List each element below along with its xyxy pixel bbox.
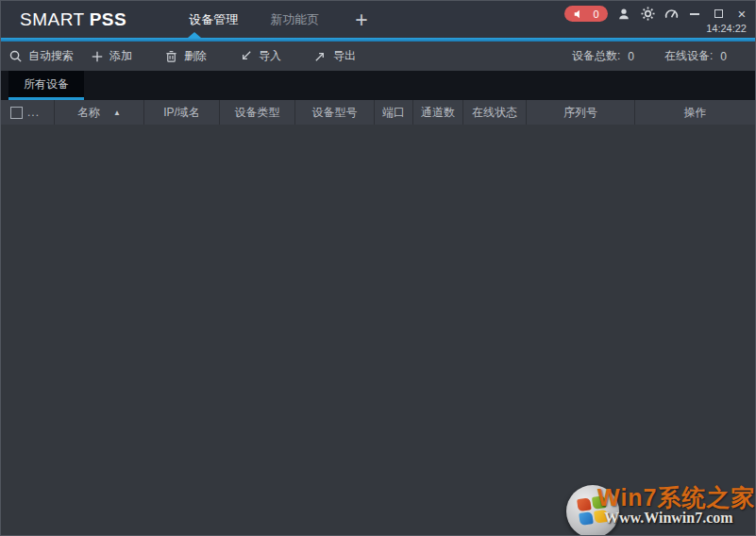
device-table-header: ... 名称 ▲ IP/域名 设备类型 设备型号 端口 通道数 在线状态 序列号…	[1, 100, 755, 125]
minimize-icon	[690, 13, 699, 15]
total-devices-value: 0	[628, 50, 634, 63]
logo-smart: SMART	[20, 9, 85, 29]
delete-label: 删除	[184, 48, 207, 64]
watermark: Win7系统之家 Www.Winwin7.com	[566, 477, 751, 535]
active-tab-caret	[188, 32, 201, 38]
column-more[interactable]: ...	[27, 106, 40, 119]
online-devices-stat: 在线设备: 0	[664, 48, 727, 64]
total-devices-stat: 设备总数: 0	[572, 48, 634, 64]
column-name-label: 名称	[77, 105, 100, 121]
trash-icon	[164, 49, 178, 63]
titlebar: SMARTPSS 设备管理 新功能页 + 0	[1, 1, 755, 38]
delete-button[interactable]: 删除	[164, 48, 207, 64]
online-devices-label: 在线设备:	[664, 48, 713, 64]
tab-all-devices[interactable]: 所有设备	[8, 71, 84, 97]
device-tabstrip: 所有设备	[1, 71, 755, 100]
import-button[interactable]: 导入	[239, 48, 281, 64]
tab-new-function-page[interactable]: 新功能页	[270, 11, 319, 28]
alarm-badge[interactable]: 0	[564, 6, 608, 22]
alarm-count: 0	[594, 8, 599, 20]
import-label: 导入	[259, 48, 281, 64]
column-name[interactable]: 名称 ▲	[55, 100, 144, 125]
column-port[interactable]: 端口	[375, 100, 413, 125]
online-devices-value: 0	[720, 50, 727, 63]
column-ip-domain[interactable]: IP/域名	[144, 100, 220, 125]
column-device-model[interactable]: 设备型号	[295, 100, 375, 125]
app-logo: SMARTPSS	[20, 9, 126, 30]
column-channel-count[interactable]: 通道数	[413, 100, 463, 125]
column-device-type[interactable]: 设备类型	[220, 100, 295, 125]
device-table-body: Win7系统之家 Www.Winwin7.com	[1, 125, 755, 535]
close-button[interactable]: ×	[734, 7, 749, 22]
flag-pane-red	[577, 497, 592, 511]
toolbar: 自动搜索 添加 删除 导入 导出	[1, 42, 755, 71]
netspeed-gauge-icon[interactable]	[664, 7, 679, 22]
clock: 14:24:22	[706, 23, 747, 34]
smartpss-window: SMARTPSS 设备管理 新功能页 + 0	[0, 0, 756, 536]
device-stats: 设备总数: 0 在线设备: 0	[572, 42, 727, 71]
add-button[interactable]: 添加	[91, 48, 132, 64]
add-label: 添加	[109, 48, 132, 64]
column-operation[interactable]: 操作	[635, 100, 755, 125]
plus-icon	[91, 50, 104, 63]
search-icon	[8, 49, 23, 63]
minimize-button[interactable]	[687, 7, 702, 22]
export-button[interactable]: 导出	[313, 48, 356, 64]
user-icon[interactable]	[616, 7, 631, 22]
speaker-icon	[573, 8, 584, 20]
watermark-url: Www.Winwin7.com	[604, 510, 733, 527]
main-tabs: 设备管理 新功能页 +	[189, 10, 367, 29]
sort-asc-icon[interactable]: ▲	[113, 109, 121, 117]
select-all-checkbox[interactable]	[10, 107, 23, 119]
new-tab-button[interactable]: +	[355, 10, 367, 29]
auto-search-button[interactable]: 自动搜索	[8, 48, 74, 64]
gear-icon[interactable]	[640, 7, 655, 22]
column-serial-number[interactable]: 序列号	[527, 100, 635, 125]
total-devices-label: 设备总数:	[572, 48, 620, 64]
titlebar-right-controls: 0	[564, 6, 749, 22]
tab-device-manager[interactable]: 设备管理	[189, 11, 238, 28]
export-label: 导出	[333, 48, 356, 64]
maximize-button[interactable]	[711, 7, 726, 22]
active-tab-underline	[8, 97, 84, 100]
column-online-status[interactable]: 在线状态	[463, 100, 527, 125]
maximize-icon	[714, 9, 723, 18]
flag-pane-blue	[579, 511, 594, 526]
export-icon	[313, 49, 328, 63]
logo-pss: PSS	[90, 9, 127, 29]
import-icon	[239, 49, 253, 63]
auto-search-label: 自动搜索	[28, 48, 74, 64]
column-select: ...	[1, 100, 55, 125]
